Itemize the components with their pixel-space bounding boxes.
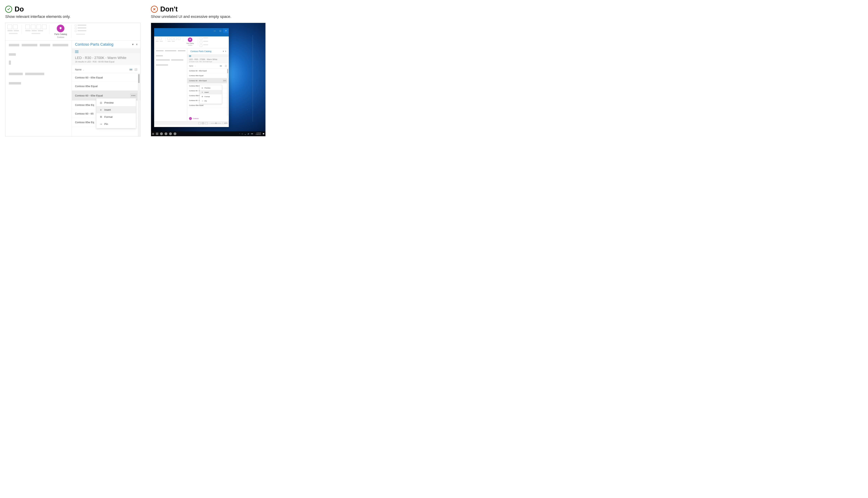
- tray-chevron-icon[interactable]: ^: [239, 133, 240, 135]
- preview-icon: ◎: [202, 87, 203, 89]
- ribbon-group-label: [9, 33, 17, 34]
- ribbon-button-placeholder[interactable]: [25, 25, 30, 29]
- lightbulb-icon: [188, 38, 192, 42]
- menu-preview[interactable]: ◎Preview: [96, 99, 136, 106]
- ribbon-button-placeholder[interactable]: [31, 25, 36, 29]
- addin-button[interactable]: Parts Catalog Contoso: [185, 38, 195, 46]
- maximize-button[interactable]: ▢: [218, 28, 223, 33]
- clock[interactable]: 6:30 AM 7/30/2015: [256, 132, 261, 135]
- zoom-slider[interactable]: [210, 123, 221, 123]
- tray-volume-icon[interactable]: 🔊: [248, 133, 249, 135]
- pane-title: Contoso Parts Catalog: [191, 50, 211, 53]
- list-item-label: Contoso 85w Equal: [75, 85, 98, 88]
- ribbon-button-placeholder[interactable]: [156, 38, 158, 40]
- pane-close-icon[interactable]: ✕: [136, 43, 138, 46]
- more-icon[interactable]: •••: [223, 79, 227, 82]
- menu-format[interactable]: ⚙Format: [96, 113, 136, 120]
- tray-battery-icon[interactable]: ▭: [242, 133, 243, 135]
- filter-icon[interactable]: [220, 65, 222, 66]
- menu-preview[interactable]: ◎Preview: [200, 86, 222, 90]
- taskbar-icon[interactable]: [156, 133, 158, 135]
- breadcrumb-subtitle: 16 results in LED - R30 - 60-65 Watt Equ…: [75, 61, 137, 63]
- menu-pin[interactable]: ⊸Pin: [96, 120, 136, 128]
- view-mode-button[interactable]: [198, 122, 201, 124]
- view-mode-button[interactable]: [202, 122, 204, 124]
- list-item[interactable]: Contoso 85w Equal: [72, 82, 140, 91]
- hamburger-icon[interactable]: [189, 55, 191, 56]
- pane-toolbar: [72, 49, 140, 53]
- ribbon-button-placeholder[interactable]: [159, 38, 161, 40]
- taskbar-app-icon[interactable]: [160, 132, 163, 135]
- pane-toolbar: [187, 54, 229, 57]
- window-tabs-bar[interactable]: [154, 33, 229, 37]
- scrollbar-thumb[interactable]: [227, 69, 228, 73]
- window-titlebar[interactable]: — ▢ ✕: [154, 28, 229, 33]
- list-item[interactable]: Contoso 85w Equal: [187, 73, 229, 78]
- status-bar: – + 100%: [154, 121, 229, 125]
- taskbar-app-icon[interactable]: [173, 132, 177, 135]
- brand-footer[interactable]: C Contoso: [187, 116, 229, 121]
- ribbon-button-placeholder[interactable]: [168, 38, 170, 40]
- ribbon: Parts Catalog Contoso: [5, 23, 140, 40]
- menu-insert[interactable]: ≡Insert: [200, 90, 222, 94]
- ribbon-button-placeholder[interactable]: [174, 38, 177, 40]
- addin-label-1: Parts Catalog: [54, 33, 67, 35]
- desktop-wallpaper[interactable]: — ▢ ✕: [151, 23, 265, 136]
- document-page[interactable]: [5, 40, 72, 136]
- tray-language-icon[interactable]: ⌨: [251, 133, 253, 135]
- pane-dropdown-icon[interactable]: ▼: [132, 43, 134, 46]
- menu-format[interactable]: ⚙Format: [200, 94, 222, 99]
- do-title: Do: [15, 5, 24, 13]
- ribbon-button-placeholder[interactable]: [13, 25, 17, 29]
- document-page[interactable]: [154, 49, 187, 121]
- list-item[interactable]: Contoso 60 - 65w Equal: [187, 68, 229, 73]
- insert-icon: ≡: [100, 108, 102, 111]
- start-button[interactable]: ⊞: [152, 132, 154, 135]
- list-item[interactable]: Contoso 60 - 65w Equal: [72, 73, 140, 82]
- list-item-label: Contoso 85w Equal: [189, 104, 203, 106]
- task-pane: Contoso Parts Catalog ▼ ✕ LED - R30 - 27…: [72, 40, 140, 136]
- addin-label-2: Contoso: [188, 44, 192, 46]
- windows-taskbar[interactable]: ⊞ ^ ▭ ▁ 🔊 ⌨ 6:30 AM: [151, 131, 265, 136]
- ribbon-button-placeholder[interactable]: [178, 38, 180, 40]
- ribbon-group-label: [31, 33, 40, 34]
- menu-pin[interactable]: ⊸Pin: [200, 99, 222, 103]
- scrollbar[interactable]: [227, 68, 229, 116]
- zoom-plus[interactable]: +: [222, 122, 223, 124]
- tray-notification-icon[interactable]: 💬: [263, 133, 264, 135]
- scrollbar-thumb[interactable]: [138, 74, 140, 83]
- list-item-selected[interactable]: Contoso 60 - 65w Equal •••: [187, 78, 229, 83]
- zoom-minus[interactable]: –: [209, 122, 209, 124]
- pane-title: Contoso Parts Catalog: [75, 42, 113, 47]
- addin-button[interactable]: Parts Catalog Contoso: [53, 25, 68, 38]
- taskbar-app-icon[interactable]: [165, 132, 167, 135]
- hamburger-icon[interactable]: [75, 51, 78, 51]
- taskbar-app-icon[interactable]: [169, 132, 172, 135]
- ribbon-button-placeholder[interactable]: [37, 25, 41, 29]
- view-mode-button[interactable]: [205, 122, 208, 124]
- minimize-button[interactable]: —: [212, 28, 217, 33]
- grid-view-icon[interactable]: [135, 68, 137, 71]
- close-button[interactable]: ✕: [223, 28, 229, 33]
- ribbon-button-placeholder[interactable]: [42, 25, 47, 29]
- breadcrumb-subtitle: 16 results in LED - R30 - 60-65 Watt Equ…: [189, 61, 227, 62]
- scrollbar[interactable]: [138, 73, 140, 136]
- addin-label-1: Parts Catalog: [186, 43, 194, 44]
- grid-view-icon[interactable]: [225, 65, 227, 67]
- tray-wifi-icon[interactable]: ▁: [245, 133, 246, 135]
- sort-header[interactable]: Name: [75, 68, 86, 71]
- more-icon[interactable]: •••: [130, 93, 137, 98]
- pane-dropdown-icon[interactable]: ▼: [222, 51, 224, 52]
- do-screenshot: Parts Catalog Contoso: [5, 23, 140, 136]
- pane-close-icon[interactable]: ✕: [225, 51, 226, 52]
- filter-icon[interactable]: [130, 69, 132, 70]
- ribbon-placeholder: [78, 30, 86, 31]
- check-icon: [5, 6, 12, 13]
- menu-insert[interactable]: ≡Insert: [96, 106, 136, 113]
- ribbon-button-placeholder[interactable]: [8, 25, 12, 29]
- sort-header[interactable]: Name: [189, 65, 197, 67]
- app-window: — ▢ ✕: [154, 28, 229, 127]
- ribbon-button-placeholder[interactable]: [171, 38, 173, 40]
- ribbon-placeholder: [75, 25, 77, 26]
- zoom-value[interactable]: 100%: [224, 122, 228, 124]
